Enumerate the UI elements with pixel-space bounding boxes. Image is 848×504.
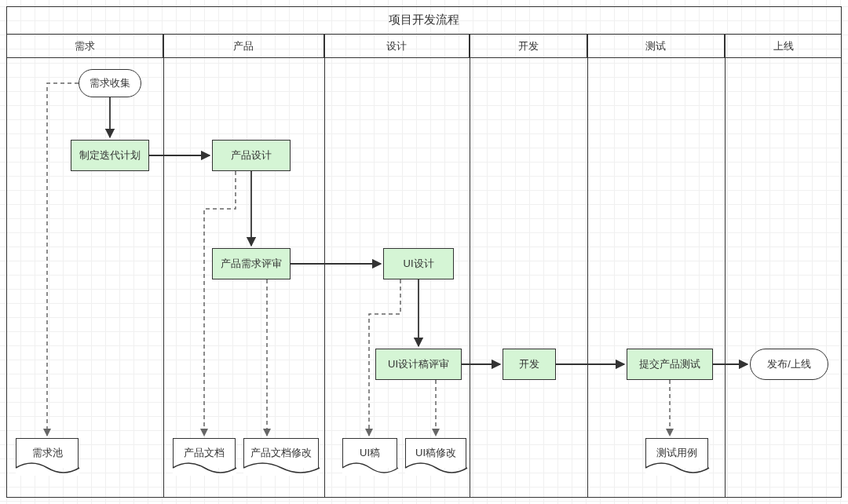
lane-header-req: 需求 xyxy=(6,35,163,57)
node-prod-design: 产品设计 xyxy=(212,140,291,171)
diagram-title: 项目开发流程 xyxy=(389,13,459,27)
lane-divider xyxy=(324,35,325,498)
node-ui-draft-mod: UI稿修改 xyxy=(405,438,466,468)
node-ui-design: UI设计 xyxy=(383,248,454,279)
node-prod-doc-mod: 产品文档修改 xyxy=(243,438,319,468)
edge-proddesign-proddoc xyxy=(204,171,236,436)
node-start: 需求收集 xyxy=(79,69,141,97)
lane-header-test: 测试 xyxy=(587,35,725,57)
node-test-case: 测试用例 xyxy=(645,438,708,468)
node-prod-doc: 产品文档 xyxy=(173,438,236,468)
node-req-pool-label: 需求池 xyxy=(32,447,63,460)
node-dev: 开发 xyxy=(503,349,556,380)
lane-divider xyxy=(725,35,726,498)
lane-header-prod: 产品 xyxy=(163,35,324,57)
node-ui-draft-mod-label: UI稿修改 xyxy=(415,447,456,460)
edge-start-reqpool xyxy=(47,83,79,436)
node-test: 提交产品测试 xyxy=(627,349,713,380)
node-test-case-label: 测试用例 xyxy=(656,447,697,460)
lane-header-design: 设计 xyxy=(324,35,470,57)
diagram-title-row: 项目开发流程 xyxy=(6,6,842,35)
lane-header-row: 需求 产品 设计 开发 测试 上线 xyxy=(6,35,842,58)
node-req-pool: 需求池 xyxy=(16,438,79,468)
swimlane-diagram: 项目开发流程 需求 产品 设计 开发 测试 上线 需求收集 制定迭代计划 产品设… xyxy=(0,0,848,504)
lane-divider xyxy=(470,35,470,498)
node-ui-review: UI设计稿评审 xyxy=(375,349,462,380)
node-ui-draft-label: UI稿 xyxy=(360,447,380,460)
node-prod-doc-label: 产品文档 xyxy=(184,447,225,460)
lane-divider xyxy=(163,35,164,498)
node-prod-review: 产品需求评审 xyxy=(212,248,291,279)
node-publish: 发布/上线 xyxy=(750,349,828,380)
node-ui-draft: UI稿 xyxy=(342,438,397,468)
node-prod-doc-mod-label: 产品文档修改 xyxy=(250,447,312,460)
lane-header-launch: 上线 xyxy=(725,35,842,57)
lane-divider xyxy=(587,35,588,498)
node-plan: 制定迭代计划 xyxy=(71,140,149,171)
lane-header-dev: 开发 xyxy=(470,35,587,57)
